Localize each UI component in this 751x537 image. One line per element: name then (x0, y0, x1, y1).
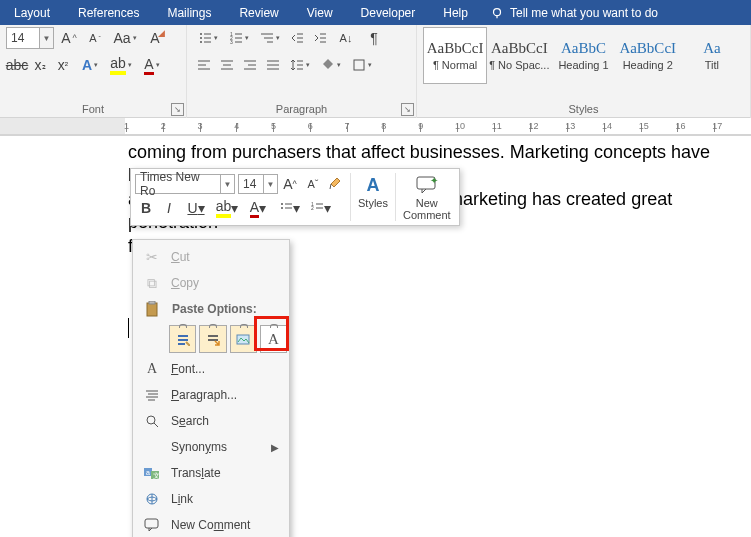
font-size-select[interactable]: 14 ▼ (6, 27, 54, 49)
svg-point-2 (200, 33, 202, 35)
mini-underline[interactable]: U▾ (181, 197, 211, 219)
mini-font-color[interactable]: A▾ (243, 197, 273, 219)
svg-text:a: a (146, 469, 150, 476)
ribbon-tabs: Layout References Mailings Review View D… (0, 0, 751, 25)
mini-bullets[interactable]: ▾ (274, 197, 304, 219)
align-left-button[interactable] (193, 54, 215, 76)
translate-icon: a文 (143, 466, 161, 480)
ctx-paragraph[interactable]: Paragraph... (135, 382, 287, 408)
bulb-icon (490, 6, 504, 20)
ctx-paste-options: A (135, 322, 287, 356)
svg-rect-50 (147, 303, 157, 316)
multilevel-button[interactable]: ▾ (255, 27, 285, 49)
ctx-link[interactable]: Link (135, 486, 287, 512)
chevron-down-icon[interactable]: ▼ (264, 174, 278, 194)
tab-developer[interactable]: Developer (347, 0, 430, 25)
align-center-button[interactable] (216, 54, 238, 76)
ctx-copy: ⧉Copy (135, 270, 287, 296)
tab-help[interactable]: Help (429, 0, 482, 25)
ctx-translate[interactable]: a文Translate (135, 460, 287, 486)
sort-button[interactable]: A↓ (332, 27, 362, 49)
mini-bold[interactable]: B (135, 197, 157, 219)
tab-references[interactable]: References (64, 0, 153, 25)
numbering-button[interactable]: 123▾ (224, 27, 254, 49)
horizontal-ruler[interactable]: 1234567891011121314151617 (0, 118, 751, 136)
group-styles-label: Styles (423, 103, 744, 118)
borders-button[interactable]: ▾ (347, 54, 377, 76)
align-right-button[interactable] (239, 54, 261, 76)
shading-button[interactable]: ▾ (316, 54, 346, 76)
mini-styles-button[interactable]: A Styles (352, 171, 394, 223)
mini-highlight[interactable]: ab▾ (212, 197, 242, 219)
paste-picture[interactable] (230, 325, 257, 353)
mini-font-select[interactable]: Times New Ro▼ (135, 174, 235, 194)
style-3[interactable]: AaBbCcIHeading 2 (616, 27, 680, 84)
tab-mailings[interactable]: Mailings (153, 0, 225, 25)
font-icon: A (143, 361, 161, 377)
tell-me-search[interactable]: Tell me what you want to do (490, 6, 658, 20)
style-2[interactable]: AaBbCHeading 1 (551, 27, 615, 84)
ctx-font[interactable]: AFont... (135, 356, 287, 382)
tell-me-label: Tell me what you want to do (510, 6, 658, 20)
style-4[interactable]: AaTitl (680, 27, 744, 84)
svg-text:2: 2 (311, 205, 314, 211)
ctx-synonyms[interactable]: Synonyms▶ (135, 434, 287, 460)
mini-font-value[interactable]: Times New Ro (135, 174, 221, 194)
font-size-value[interactable]: 14 (6, 27, 40, 49)
increase-indent-button[interactable] (309, 27, 331, 49)
ruler-ticks: 1234567891011121314151617 (126, 118, 751, 134)
highlight-button[interactable]: ab▾ (106, 54, 136, 76)
link-icon (143, 492, 161, 506)
style-1[interactable]: AaBbCcI¶ No Spac... (487, 27, 551, 84)
show-marks-button[interactable]: ¶ (363, 27, 385, 49)
tab-layout[interactable]: Layout (0, 0, 64, 25)
mini-format-painter[interactable] (325, 173, 347, 195)
change-case-button[interactable]: Aa▾ (110, 27, 140, 49)
group-paragraph: ▾ 123▾ ▾ A↓ ¶ ▾ ▾ ▾ Paragraph ↘ (187, 25, 417, 118)
ctx-paste-options-label: Paste Options: (135, 296, 287, 322)
clear-formatting-button[interactable]: A◢ (144, 27, 166, 49)
paragraph-dialog-launcher[interactable]: ↘ (401, 103, 414, 116)
svg-line-39 (330, 184, 331, 189)
mini-shrink-font[interactable]: Aˇ (302, 173, 324, 195)
comment-icon: ✦ (414, 173, 440, 197)
ruler-gutter (0, 118, 125, 134)
svg-text:文: 文 (153, 472, 160, 479)
svg-text:✦: ✦ (430, 176, 438, 186)
svg-point-40 (281, 203, 283, 205)
paste-keep-source[interactable] (169, 325, 196, 353)
mini-styles-label: Styles (358, 197, 388, 209)
superscript-button[interactable]: x² (52, 54, 74, 76)
ctx-search[interactable]: Search (135, 408, 287, 434)
paste-merge[interactable] (199, 325, 226, 353)
chevron-right-icon: ▶ (271, 442, 279, 453)
chevron-down-icon[interactable]: ▼ (221, 174, 235, 194)
font-dialog-launcher[interactable]: ↘ (171, 103, 184, 116)
strikethrough-button[interactable]: abc (6, 54, 28, 76)
ctx-new-comment[interactable]: New Comment (135, 512, 287, 537)
bullets-button[interactable]: ▾ (193, 27, 223, 49)
decrease-indent-button[interactable] (286, 27, 308, 49)
style-0[interactable]: AaBbCcI¶ Normal (423, 27, 487, 84)
text-effects-button[interactable]: A▾ (75, 54, 105, 76)
mini-size-value[interactable]: 14 (238, 174, 264, 194)
line-spacing-button[interactable]: ▾ (285, 54, 315, 76)
mini-new-comment-button[interactable]: ✦ NewComment (397, 171, 457, 223)
shrink-font-button[interactable]: Aˇ (84, 27, 106, 49)
clipboard-icon (143, 301, 161, 317)
font-color-button[interactable]: A▾ (137, 54, 167, 76)
subscript-button[interactable]: x₂ (29, 54, 51, 76)
mini-size-select[interactable]: 14▼ (238, 174, 278, 194)
mini-grow-font[interactable]: A^ (279, 173, 301, 195)
grow-font-button[interactable]: A^ (58, 27, 80, 49)
paste-text-only[interactable]: A (260, 325, 287, 353)
tab-view[interactable]: View (293, 0, 347, 25)
mini-italic[interactable]: I (158, 197, 180, 219)
chevron-down-icon[interactable]: ▼ (40, 27, 54, 49)
mini-numbering[interactable]: 12▾ (305, 197, 335, 219)
tab-review[interactable]: Review (225, 0, 292, 25)
justify-button[interactable] (262, 54, 284, 76)
svg-rect-69 (145, 519, 158, 528)
ctx-cut: ✂Cut (135, 244, 287, 270)
mini-new-comment-label: NewComment (403, 197, 451, 221)
